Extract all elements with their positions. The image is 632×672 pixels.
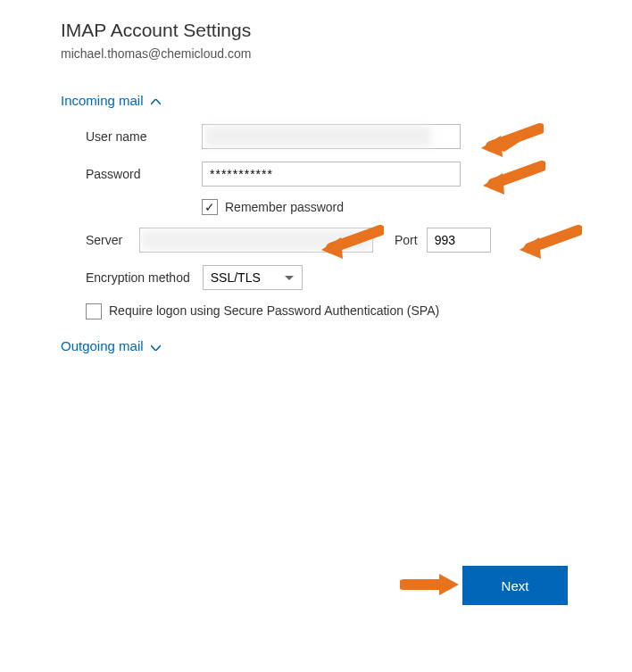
next-button[interactable]: Next [462, 566, 568, 605]
remember-password-label: Remember password [225, 200, 344, 214]
spa-label: Require logon using Secure Password Auth… [109, 303, 439, 320]
server-label: Server [86, 233, 139, 247]
checkbox-icon [202, 199, 218, 215]
encryption-label: Encryption method [86, 270, 190, 285]
incoming-mail-section: User name Password Remember password Ser… [61, 124, 571, 320]
password-label: Password [86, 167, 202, 181]
username-label: User name [86, 129, 202, 144]
password-input[interactable] [202, 162, 461, 187]
chevron-up-icon [151, 93, 161, 108]
port-input[interactable] [427, 228, 491, 253]
account-email: michael.thomas@chemicloud.com [61, 46, 571, 61]
incoming-mail-label: Incoming mail [61, 93, 144, 108]
checkbox-icon [86, 303, 102, 319]
remember-password-checkbox[interactable]: Remember password [202, 199, 344, 215]
outgoing-mail-label: Outgoing mail [61, 338, 144, 353]
outgoing-mail-header[interactable]: Outgoing mail [61, 338, 571, 353]
chevron-down-icon [151, 338, 161, 353]
arrow-annotation [400, 571, 462, 598]
encryption-select[interactable]: SSL/TLS [203, 265, 303, 290]
port-label: Port [395, 233, 418, 247]
incoming-mail-header[interactable]: Incoming mail [61, 93, 571, 108]
page-title: IMAP Account Settings [61, 20, 571, 41]
server-input[interactable] [139, 228, 373, 253]
username-input[interactable] [202, 124, 461, 149]
spa-checkbox[interactable]: Require logon using Secure Password Auth… [86, 303, 439, 320]
